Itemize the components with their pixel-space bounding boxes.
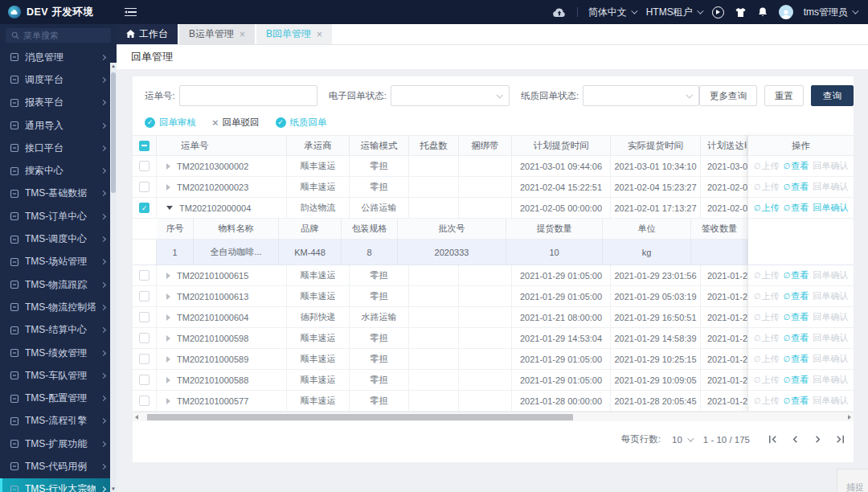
confirm-receipt-link[interactable]: 回单确认 [813, 311, 848, 323]
sidebar-item[interactable]: TMS-订单中心 [0, 205, 117, 228]
confirm-receipt-link[interactable]: 回单确认 [813, 269, 848, 281]
row-checkbox[interactable] [139, 182, 149, 192]
upload-link[interactable]: ∅上传 [754, 374, 780, 386]
tab[interactable]: 工作台 × [117, 24, 178, 44]
sidebar-scrollbar-thumb[interactable] [111, 72, 116, 193]
upload-link[interactable]: ∅上传 [754, 353, 780, 365]
expand-arrow-icon[interactable] [166, 398, 170, 404]
sidebar-item[interactable]: TMS-调度中心 [0, 228, 117, 250]
paper-receipt-select[interactable] [583, 85, 699, 106]
e-receipt-select[interactable] [391, 85, 510, 106]
scroll-right-icon[interactable] [848, 415, 851, 420]
row-checkbox[interactable] [139, 396, 149, 406]
language-switcher[interactable]: 简体中文 [588, 6, 636, 19]
row-checkbox[interactable] [139, 354, 149, 364]
view-link[interactable]: ∅查看 [784, 332, 809, 344]
prev-page-icon[interactable] [790, 434, 800, 445]
sidebar-item[interactable]: TMS-基础数据 [0, 182, 117, 205]
search-button[interactable]: 查询 [811, 85, 854, 106]
collapse-sidebar-icon[interactable] [125, 8, 137, 17]
cloud-upload-icon[interactable] [552, 7, 567, 18]
capture-button[interactable]: 捕捉 [837, 469, 868, 492]
shirt-icon[interactable] [735, 7, 747, 18]
horizontal-scrollbar[interactable] [133, 412, 854, 421]
view-link[interactable]: ∅查看 [784, 311, 809, 323]
sidebar-item[interactable]: TMS-物流跟踪 [0, 273, 117, 296]
sidebar-item[interactable]: 接口平台 [0, 137, 117, 159]
sidebar-item[interactable]: TMS-配置管理 [0, 387, 117, 409]
confirm-receipt-link[interactable]: 回单确认 [813, 332, 848, 344]
confirm-receipt-link[interactable]: 回单确认 [813, 395, 848, 407]
sidebar-item[interactable]: TMS-场站管理 [0, 251, 117, 273]
view-link[interactable]: ∅查看 [784, 290, 809, 302]
sidebar-item[interactable]: TMS-物流控制塔 [0, 296, 117, 318]
row-checkbox[interactable] [139, 333, 149, 343]
expand-arrow-icon[interactable] [166, 184, 170, 191]
bell-icon[interactable] [757, 6, 768, 18]
sidebar-item[interactable]: TMS-绩效管理 [0, 342, 117, 364]
upload-link[interactable]: ∅上传 [754, 269, 780, 281]
sidebar-item[interactable]: TMS-代码用例 [0, 455, 117, 478]
upload-link[interactable]: ∅上传 [754, 311, 780, 323]
row-checkbox[interactable] [139, 312, 149, 322]
row-checkbox[interactable] [139, 291, 149, 301]
tenant-switcher[interactable]: HTMS租户 [646, 6, 702, 19]
expand-arrow-icon[interactable] [166, 273, 170, 279]
horizontal-scrollbar-thumb[interactable] [147, 414, 573, 420]
expand-arrow-icon[interactable] [166, 206, 173, 210]
paper-receipt-button[interactable]: ✓ 纸质回单 [276, 117, 327, 129]
row-checkbox[interactable] [139, 203, 149, 213]
confirm-receipt-link[interactable]: 回单确认 [813, 353, 848, 365]
upload-link[interactable]: ∅上传 [754, 202, 780, 214]
select-all-checkbox[interactable] [139, 141, 149, 151]
confirm-receipt-link[interactable]: 回单确认 [813, 202, 848, 214]
avatar[interactable] [779, 5, 793, 19]
view-link[interactable]: ∅查看 [784, 395, 809, 407]
expand-arrow-icon[interactable] [166, 314, 170, 321]
row-checkbox[interactable] [139, 270, 149, 281]
last-page-icon[interactable] [835, 434, 845, 445]
view-link[interactable]: ∅查看 [784, 181, 809, 193]
view-link[interactable]: ∅查看 [784, 160, 809, 172]
confirm-receipt-link[interactable]: 回单确认 [813, 290, 848, 302]
sidebar-item[interactable]: 搜索中心 [0, 159, 117, 182]
view-link[interactable]: ∅查看 [784, 269, 809, 281]
sidebar-item[interactable]: 调度平台 [0, 68, 117, 91]
scroll-down-icon[interactable]: ▼ [110, 486, 117, 491]
sidebar-item[interactable]: 消息管理 [0, 46, 117, 68]
receipt-reject-button[interactable]: × 回单驳回 [212, 117, 260, 129]
more-query-button[interactable]: 更多查询 [699, 85, 757, 106]
upload-link[interactable]: ∅上传 [754, 395, 780, 407]
per-page-select[interactable]: 10 [672, 435, 692, 445]
expand-arrow-icon[interactable] [166, 293, 170, 300]
close-icon[interactable]: × [317, 29, 322, 40]
scroll-left-icon[interactable] [135, 415, 138, 420]
upload-link[interactable]: ∅上传 [754, 160, 780, 172]
receipt-audit-button[interactable]: ✓ 回单审核 [145, 117, 196, 129]
sidebar-item[interactable]: TMS-流程引擎 [0, 410, 117, 433]
scroll-up-icon[interactable]: ▲ [110, 64, 117, 68]
expand-arrow-icon[interactable] [166, 356, 170, 363]
confirm-receipt-link[interactable]: 回单确认 [813, 160, 848, 172]
view-link[interactable]: ∅查看 [784, 374, 809, 386]
confirm-receipt-link[interactable]: 回单确认 [813, 181, 848, 193]
sidebar-item[interactable]: 报表平台 [0, 92, 117, 114]
sidebar-item[interactable]: TMS-车队管理 [0, 364, 117, 387]
menu-search-input[interactable]: 菜单搜索 [6, 28, 111, 43]
reset-button[interactable]: 重置 [764, 85, 804, 106]
play-circle-icon[interactable] [712, 6, 724, 18]
upload-link[interactable]: ∅上传 [754, 181, 780, 193]
waybill-input[interactable] [179, 85, 317, 106]
upload-link[interactable]: ∅上传 [754, 290, 780, 302]
next-page-icon[interactable] [813, 434, 823, 445]
expand-arrow-icon[interactable] [166, 335, 170, 342]
tab[interactable]: B运单管理 × [179, 24, 255, 44]
expand-arrow-icon[interactable] [166, 377, 170, 383]
tab[interactable]: B回单管理 × [256, 24, 332, 44]
sidebar-item[interactable]: TMS-行业大宗物流 [0, 478, 117, 492]
close-icon[interactable]: × [240, 29, 245, 40]
first-page-icon[interactable] [768, 434, 778, 445]
user-menu[interactable]: tms管理员 [804, 6, 857, 19]
sidebar-item[interactable]: TMS-结算中心 [0, 319, 117, 342]
row-checkbox[interactable] [139, 161, 149, 171]
